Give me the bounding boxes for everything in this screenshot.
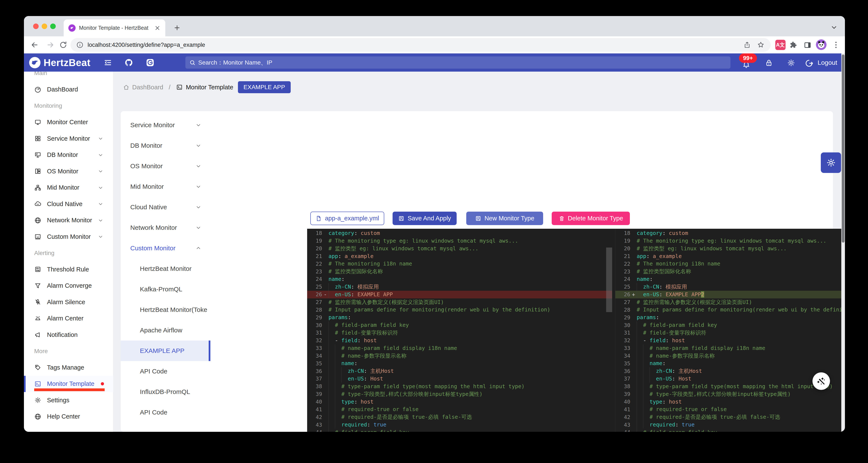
code-line-24[interactable]: 24name:	[307, 275, 612, 283]
code-text[interactable]: # field-param field key	[329, 429, 409, 432]
minimize-window-button[interactable]	[42, 24, 47, 29]
code-line-18[interactable]: 18category: custom	[307, 229, 612, 237]
sidebar-item-monitor-template[interactable]: Monitor Template	[24, 376, 113, 392]
url-bar[interactable]: localhost:4200/setting/define?app=a_exam…	[70, 38, 771, 52]
code-text[interactable]: # 监控类型 eg: linux windows tomcat mysql aw…	[329, 245, 478, 253]
code-text[interactable]: # field-param field key	[329, 321, 409, 329]
code-line-23[interactable]: 23# 监控类型国际化名称	[615, 268, 845, 275]
template-menu-item-os-monitor[interactable]: OS Monitor	[121, 156, 210, 176]
lock-icon[interactable]	[765, 59, 773, 67]
code-text[interactable]: # The monitoring type eg: linux windows …	[329, 237, 518, 245]
sidebar-item-monitor-center[interactable]: Monitor Center	[24, 114, 113, 131]
template-menu-item-api-code[interactable]: API Code	[121, 361, 210, 381]
code-text[interactable]: # field-param field key	[637, 321, 717, 329]
sidebar-item-custom-monitor[interactable]: Custom Monitor	[24, 229, 113, 245]
close-window-button[interactable]	[33, 24, 39, 29]
code-text[interactable]: # required-是否是必输项 true-必填 false-可选	[637, 413, 780, 421]
code-text[interactable]: # field-变量字段标识符	[637, 329, 706, 337]
code-line-39[interactable]: 39 # type-字段类型,样式(大部分映射input标签type属性)	[615, 390, 845, 398]
code-line-26-del[interactable]: 26- en-US: EXAMPLE APP	[307, 291, 612, 298]
code-line-34[interactable]: 34 # name-参数字段显示名称	[307, 352, 612, 360]
code-line-43[interactable]: 43 required: true	[307, 421, 612, 429]
code-line-40[interactable]: 40 type: host	[615, 398, 845, 406]
code-text[interactable]: zh-CN: 主机Host	[329, 367, 394, 375]
sidebar-item-help-center[interactable]: Help Center	[24, 408, 113, 425]
code-text[interactable]: en-US: Host	[329, 375, 383, 383]
bookmark-star-icon[interactable]	[757, 41, 765, 49]
editor-scrollbar-left[interactable]	[606, 248, 612, 312]
code-line-44[interactable]: 44 # field-param field key	[615, 429, 845, 432]
yaml-diff-editor[interactable]: 18category: custom19# The monitoring typ…	[307, 229, 845, 432]
code-text[interactable]: # required-是否是必输项 true-必填 false-可选	[329, 413, 472, 421]
code-text[interactable]: name:	[637, 359, 666, 367]
template-menu-item-custom-monitor[interactable]: Custom Monitor	[121, 238, 210, 258]
template-menu-item-apache-airflow[interactable]: Apache Airflow	[121, 320, 210, 341]
code-line-21[interactable]: 21app: a_example	[615, 253, 845, 260]
browser-profile-avatar[interactable]	[816, 39, 827, 50]
template-menu-item-cloud-native[interactable]: Cloud Native	[121, 197, 210, 218]
gear-icon[interactable]	[787, 59, 795, 67]
code-line-42[interactable]: 42 # required-是否是必输项 true-必填 false-可选	[615, 413, 845, 421]
sidebar-item-cloud-native[interactable]: Cloud Native	[24, 196, 113, 212]
code-line-30[interactable]: 30 # field-param field key	[615, 321, 845, 329]
code-text[interactable]: # The monitoring type eg: linux windows …	[637, 237, 826, 245]
code-text[interactable]: # 监控类型国际化名称	[637, 268, 691, 275]
code-line-23[interactable]: 23# 监控类型国际化名称	[307, 268, 612, 275]
code-text[interactable]: # 监控所需输入参数定义(根据定义渲染页面UI)	[637, 298, 752, 306]
share-icon[interactable]	[743, 41, 751, 49]
logout-label[interactable]: Logout	[817, 59, 837, 66]
code-line-42[interactable]: 42 # required-是否是必输项 true-必填 false-可选	[307, 413, 612, 421]
code-text[interactable]: en-US: EXAMPLE APP	[329, 291, 393, 298]
code-text[interactable]: name:	[329, 359, 358, 367]
reload-icon[interactable]	[59, 40, 67, 49]
code-text[interactable]: # The monitoring i18n name	[637, 260, 720, 268]
template-menu-item-api-code[interactable]: API Code	[121, 402, 210, 423]
code-line-33[interactable]: 33 # name-param field display i18n name	[307, 344, 612, 352]
code-text[interactable]: params:	[329, 314, 351, 321]
code-line-27[interactable]: 27# 监控所需输入参数定义(根据定义渲染页面UI)	[615, 298, 845, 306]
sidebar-item-threshold-rule[interactable]: Threshold Rule	[24, 261, 113, 278]
code-text[interactable]: app: a_example	[329, 253, 374, 260]
code-text[interactable]: en-US: EXAMPLE APP2	[637, 291, 704, 298]
sidebar-item-alarm-silence[interactable]: Alarm Silence	[24, 294, 113, 310]
code-line-24[interactable]: 24name:	[615, 275, 845, 283]
code-text[interactable]: required: true	[329, 421, 386, 429]
code-text[interactable]: # required-true or false	[637, 405, 726, 413]
code-text[interactable]: # name-param field display i18n name	[329, 344, 457, 352]
code-text[interactable]: # field-变量字段标识符	[329, 329, 398, 337]
code-text[interactable]: - field: host	[637, 337, 685, 344]
code-line-40[interactable]: 40 type: host	[307, 398, 612, 406]
logout-icon[interactable]	[805, 59, 813, 67]
code-text[interactable]: category: custom	[329, 229, 380, 237]
code-text[interactable]: - field: host	[329, 337, 377, 344]
code-text[interactable]: # type-param field type(most mapping the…	[329, 383, 525, 390]
template-menu-item-db-monitor[interactable]: DB Monitor	[121, 135, 210, 156]
template-menu-item-service-monitor[interactable]: Service Monitor	[121, 115, 210, 135]
theme-settings-drawer-button[interactable]	[821, 152, 841, 173]
new-tab-icon[interactable]	[174, 24, 181, 31]
sidebar-item-network-monitor[interactable]: Network Monitor	[24, 212, 113, 229]
page-scrollbar[interactable]	[841, 54, 845, 432]
code-line-18[interactable]: 18category: custom	[615, 229, 845, 237]
code-line-36[interactable]: 36 zh-CN: 主机Host	[307, 367, 612, 375]
code-text[interactable]: # name-参数字段显示名称	[637, 352, 715, 360]
code-line-22[interactable]: 22# The monitoring i18n name	[615, 260, 845, 268]
code-text[interactable]: # 监控类型 eg: linux windows tomcat mysql aw…	[637, 245, 786, 253]
sidebar-item-alarm-converge[interactable]: Alarm Converge	[24, 278, 113, 294]
github-icon[interactable]	[125, 58, 133, 67]
code-line-25[interactable]: 25 zh-CN: 模拟应用	[307, 283, 612, 291]
page-scrollbar-thumb[interactable]	[842, 55, 844, 242]
gitee-icon[interactable]	[146, 58, 154, 67]
code-line-38[interactable]: 38 # type-param field type(most mapping …	[307, 383, 612, 390]
code-text[interactable]: app: a_example	[637, 253, 682, 260]
template-menu-item-hertzbeat-monitor[interactable]: HertzBeat Monitor	[121, 258, 210, 279]
code-line-37[interactable]: 37 en-US: Host	[307, 375, 612, 383]
yml-file-button[interactable]: app-a_example.yml	[310, 212, 384, 225]
code-text[interactable]: # The monitoring i18n name	[329, 260, 412, 268]
code-line-19[interactable]: 19# The monitoring type eg: linux window…	[615, 237, 845, 245]
code-line-34[interactable]: 34 # name-参数字段显示名称	[615, 352, 845, 360]
code-text[interactable]: name:	[329, 275, 344, 283]
side-panel-icon[interactable]	[804, 41, 812, 49]
back-icon[interactable]	[30, 40, 39, 49]
sidebar-item-notification[interactable]: Notification	[24, 327, 113, 343]
